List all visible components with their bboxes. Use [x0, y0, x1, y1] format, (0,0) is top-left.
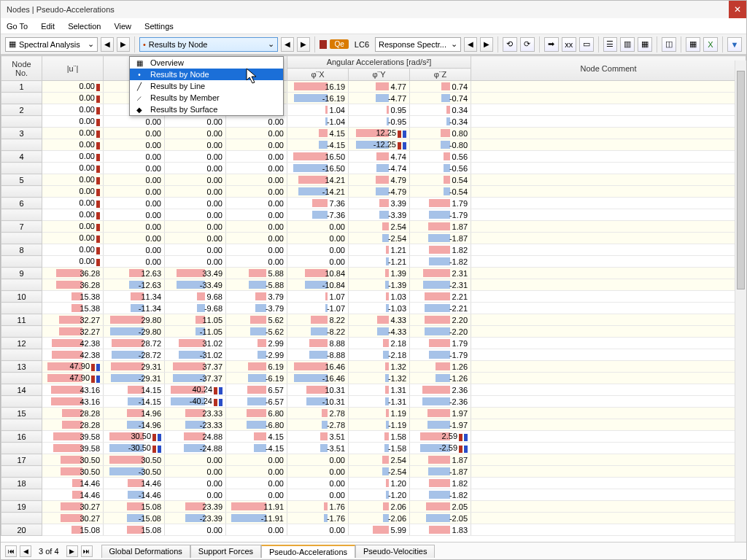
grid-cell[interactable]: 0.00	[226, 466, 287, 478]
grid-cell[interactable]: -2.21	[410, 303, 471, 314]
grid-cell[interactable]: 1.31	[349, 384, 410, 396]
node-no-cell[interactable]: 10	[1, 291, 42, 303]
grid-cell[interactable]: -0.34	[410, 116, 471, 128]
method-combo[interactable]: Response Spectr... ⌄	[375, 37, 461, 52]
bottom-tab-3[interactable]: Pseudo-Velocities	[355, 545, 435, 558]
grid-cell[interactable]: 0.00	[104, 174, 165, 186]
grid-cell[interactable]: 11.05	[165, 314, 226, 326]
grid-cell[interactable]: 16.19	[287, 81, 349, 93]
grid-cell[interactable]: 0.00	[287, 233, 349, 244]
grid-cell[interactable]: -4.79	[349, 186, 410, 198]
grid-cell[interactable]: -12.63	[104, 279, 165, 291]
tool-icon-excel[interactable]: X	[703, 37, 718, 52]
grid-cell[interactable]: -28.72	[104, 349, 165, 361]
grid-cell[interactable]: -2.18	[349, 349, 410, 361]
grid-cell[interactable]: 0.00	[42, 221, 104, 233]
grid-cell[interactable]: -30.50	[104, 443, 165, 454]
comment-cell[interactable]	[471, 303, 746, 314]
comment-cell[interactable]	[471, 116, 746, 128]
grid-cell[interactable]: 4.77	[349, 81, 410, 93]
grid-cell[interactable]: 1.19	[349, 408, 410, 419]
comment-cell[interactable]	[471, 349, 746, 361]
grid-cell[interactable]: 0.00	[226, 151, 287, 163]
comment-cell[interactable]	[471, 291, 746, 303]
grid-cell[interactable]: 0.00	[165, 139, 226, 151]
grid-cell[interactable]: 0.00	[287, 221, 349, 233]
grid-cell[interactable]: -4.15	[287, 139, 349, 151]
grid-cell[interactable]: 43.16	[42, 396, 104, 408]
grid-cell[interactable]: -1.20	[349, 489, 410, 501]
grid-cell[interactable]: 0.00	[226, 174, 287, 186]
grid-cell[interactable]: -2.54	[349, 466, 410, 478]
grid-cell[interactable]: 8.22	[287, 314, 349, 326]
node-no-cell[interactable]: 8	[1, 244, 42, 256]
grid-cell[interactable]: 40.24	[165, 384, 226, 396]
grid-cell[interactable]: 0.00	[226, 209, 287, 221]
grid-cell[interactable]: 2.54	[349, 221, 410, 233]
tool-icon-tag[interactable]: xx	[562, 37, 576, 52]
grid-cell[interactable]: 1.21	[349, 244, 410, 256]
grid-cell[interactable]: -4.33	[349, 326, 410, 338]
grid-cell[interactable]: -3.51	[287, 443, 349, 454]
col-phix[interactable]: φ¨X	[287, 69, 349, 81]
grid-cell[interactable]: -2.59	[410, 443, 471, 454]
grid-cell[interactable]: 3.39	[349, 198, 410, 209]
dropdown-item-2[interactable]: ╱Results by Line	[130, 80, 283, 92]
grid-cell[interactable]: 0.00	[165, 163, 226, 174]
grid-cell[interactable]: 32.27	[42, 326, 104, 338]
grid-cell[interactable]: -1.87	[410, 233, 471, 244]
node-no-cell[interactable]	[1, 256, 42, 268]
grid-cell[interactable]: 0.00	[42, 128, 104, 139]
grid-cell[interactable]: 0.00	[287, 256, 349, 268]
grid-cell[interactable]: -24.88	[165, 443, 226, 454]
grid-cell[interactable]: -23.39	[165, 513, 226, 524]
vertical-scrollbar[interactable]	[735, 61, 746, 542]
grid-cell[interactable]: 0.00	[104, 163, 165, 174]
grid-cell[interactable]: 0.00	[42, 233, 104, 244]
grid-cell[interactable]: 0.54	[410, 174, 471, 186]
node-no-cell[interactable]: 7	[1, 221, 42, 233]
col-phiy[interactable]: φ¨Y	[349, 69, 410, 81]
grid-cell[interactable]: 10.84	[287, 268, 349, 279]
node-no-cell[interactable]: 5	[1, 174, 42, 186]
grid-cell[interactable]: 0.00	[226, 186, 287, 198]
grid-cell[interactable]: -29.31	[104, 373, 165, 384]
grid-cell[interactable]: -1.04	[287, 116, 349, 128]
dropdown-item-3[interactable]: ⟋Results by Member	[130, 92, 283, 104]
grid-cell[interactable]: 0.00	[104, 151, 165, 163]
grid-cell[interactable]: 0.00	[104, 209, 165, 221]
grid-cell[interactable]: -31.02	[165, 349, 226, 361]
grid-cell[interactable]: 33.49	[165, 268, 226, 279]
analysis-combo[interactable]: ▦ Spectral Analysis ⌄	[5, 37, 98, 52]
grid-cell[interactable]: 0.00	[226, 163, 287, 174]
node-no-cell[interactable]	[1, 349, 42, 361]
comment-cell[interactable]	[471, 384, 746, 396]
grid-cell[interactable]: -1.39	[349, 279, 410, 291]
nav-next-results[interactable]: ▶	[297, 37, 310, 52]
comment-cell[interactable]	[471, 466, 746, 478]
grid-cell[interactable]: -1.31	[349, 396, 410, 408]
grid-cell[interactable]: -1.82	[410, 489, 471, 501]
grid-cell[interactable]: -2.54	[349, 233, 410, 244]
grid-cell[interactable]: 6.80	[226, 408, 287, 419]
node-no-cell[interactable]	[1, 513, 42, 524]
comment-cell[interactable]	[471, 361, 746, 373]
node-no-cell[interactable]	[1, 373, 42, 384]
grid-cell[interactable]: 0.00	[104, 116, 165, 128]
grid-cell[interactable]: 4.79	[349, 174, 410, 186]
grid-cell[interactable]: -3.39	[349, 209, 410, 221]
col-group-accel[interactable]: Angular Accelerations [rad/s²]	[287, 56, 471, 69]
grid-cell[interactable]: 0.00	[226, 478, 287, 489]
bottom-tab-2[interactable]: Pseudo-Accelerations	[261, 545, 355, 558]
grid-cell[interactable]: 43.16	[42, 384, 104, 396]
grid-cell[interactable]: -14.15	[104, 396, 165, 408]
menu-goto[interactable]: Go To	[7, 22, 28, 31]
comment-cell[interactable]	[471, 338, 746, 349]
grid-cell[interactable]: 0.00	[165, 233, 226, 244]
grid-cell[interactable]: 0.00	[104, 186, 165, 198]
comment-cell[interactable]	[471, 478, 746, 489]
comment-cell[interactable]	[471, 501, 746, 513]
grid-cell[interactable]: 0.00	[165, 478, 226, 489]
grid-cell[interactable]: 29.31	[104, 361, 165, 373]
grid-cell[interactable]: 2.99	[226, 338, 287, 349]
